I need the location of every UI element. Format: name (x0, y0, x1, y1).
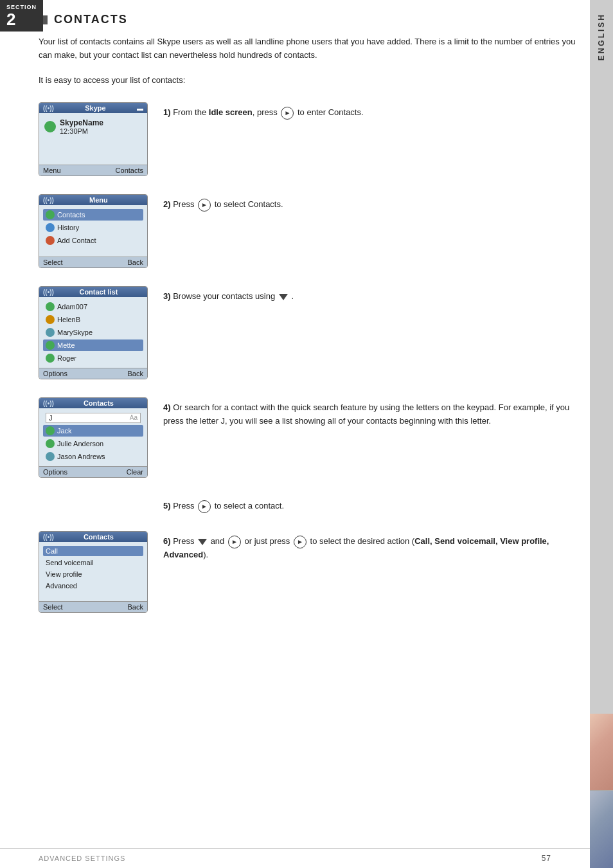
sidebar-photos (590, 714, 613, 868)
history-icon (46, 223, 55, 232)
photo-top (590, 714, 613, 791)
step-4-num: 4) (163, 402, 171, 412)
phone-footer-4: Options Clear (39, 466, 147, 477)
footer-right-6: Back (128, 603, 143, 611)
phone-signal-1: ((•)) (43, 105, 54, 112)
footer-page-num: 57 (542, 854, 551, 863)
phone-footer-6: Select Back (39, 601, 147, 612)
contact-julie-anderson: Julie Anderson (43, 438, 143, 449)
phone-battery-1: ▬ (137, 105, 143, 112)
down-arrow-icon-6 (198, 539, 207, 545)
maryskype-icon (46, 328, 55, 337)
step-5-row: 5) Press ► to select a contact. (163, 496, 587, 513)
history-label: History (57, 224, 79, 231)
action-advanced: Advanced (43, 581, 143, 591)
phone-header-3: ((•)) Contact list (39, 287, 147, 297)
jack-icon (46, 426, 55, 435)
phone-mock-4: ((•)) Contacts J Aa Jack Julie Anderson (39, 397, 148, 478)
footer-left-3: Options (43, 370, 67, 377)
phone-header-2: ((•)) Menu (39, 195, 147, 205)
step-6-row: ((•)) Contacts Call Send voicemail View … (39, 531, 587, 613)
phone-header-6: ((•)) Contacts (39, 532, 147, 542)
contact-adam007: Adam007 (43, 301, 143, 312)
language-label: ENGLISH (597, 13, 606, 60)
phone-footer-3: Options Back (39, 368, 147, 379)
easy-paragraph: It is easy to access your list of contac… (39, 74, 587, 87)
step-5-desc: 5) Press ► to select a contact. (163, 496, 587, 513)
phone-header-4: ((•)) Contacts (39, 398, 147, 408)
contacts-icon (46, 210, 55, 219)
menu-item-add-contact: Add Contact (43, 235, 143, 246)
phone-signal-2: ((•)) (43, 197, 54, 204)
phone-mock-3: ((•)) Contact list Adam007 HelenB MarySk… (39, 286, 148, 379)
phone-mock-6: ((•)) Contacts Call Send voicemail View … (39, 531, 148, 613)
footer-left-1: Menu (43, 167, 61, 174)
step-6-desc: 6) Press and ► or just press ► to select… (163, 531, 587, 562)
phone-footer-2: Select Back (39, 257, 147, 267)
jason-icon (46, 452, 55, 461)
advanced-label: Advanced (46, 582, 77, 590)
add-contact-label: Add Contact (57, 237, 96, 244)
contacts-label: Contacts (57, 211, 85, 219)
phone-mock-2: ((•)) Menu Contacts History Add Contact (39, 194, 148, 268)
search-value: J (49, 414, 53, 422)
action-options-label: Call, Send voicemail, View profile, Adva… (163, 536, 549, 559)
step-1-desc: 1) From the Idle screen, press ► to ente… (163, 102, 587, 120)
footer-left-2: Select (43, 258, 63, 266)
profile-label: View profile (46, 570, 82, 578)
action-send-voicemail: Send voicemail (43, 557, 143, 568)
page-title-row: CONTACTS (39, 13, 587, 26)
contact-mette: Mette (43, 339, 143, 351)
contact-time-1: 12:30PM (60, 127, 103, 135)
action-call: Call (43, 546, 143, 556)
roger-label: Roger (57, 354, 76, 362)
page-title: CONTACTS (54, 13, 128, 26)
phone-body-2: Contacts History Add Contact (39, 205, 147, 257)
phone-title-1: Skype (85, 104, 105, 112)
contact-roger: Roger (43, 352, 143, 364)
intro-paragraph: Your list of contacts contains all Skype… (39, 35, 587, 62)
footer-left-4: Options (43, 468, 67, 476)
helenb-label: HelenB (57, 316, 80, 323)
contact-maryskype: MarySkype (43, 327, 143, 338)
nav-btn-5: ► (198, 500, 211, 513)
action-view-profile: View profile (43, 569, 143, 579)
phone-signal-3: ((•)) (43, 289, 54, 296)
julie-label: Julie Anderson (57, 440, 103, 448)
step-1-row: ((•)) Skype ▬ SkypeName 12:30PM Menu Con… (39, 102, 587, 176)
photo-bottom (590, 791, 613, 868)
bottom-bar: ADVANCED SETTINGS 57 (0, 848, 590, 868)
search-row[interactable]: J Aa (46, 413, 141, 423)
jack-label: Jack (57, 427, 72, 435)
main-content: CONTACTS Your list of contacts contains … (39, 0, 587, 656)
add-contact-icon (46, 236, 55, 245)
step-2-desc: 2) Press ► to select Contacts. (163, 194, 587, 212)
phone-header-1: ((•)) Skype ▬ (39, 103, 147, 113)
phone-title-4: Contacts (84, 399, 114, 407)
phone-body-4: J Aa Jack Julie Anderson Jason Andrews (39, 408, 147, 466)
nav-btn-1: ► (281, 107, 294, 120)
contact-jason-andrews: Jason Andrews (43, 451, 143, 462)
footer-section-label: ADVANCED SETTINGS (39, 854, 125, 862)
phone-signal-4: ((•)) (43, 400, 54, 407)
phone-footer-1: Menu Contacts (39, 165, 147, 176)
mette-icon (46, 341, 55, 350)
phone-body-6: Call Send voicemail View profile Advance… (39, 542, 147, 601)
maryskype-label: MarySkype (57, 329, 93, 336)
section-number: 2 (6, 11, 37, 28)
footer-left-6: Select (43, 603, 63, 611)
footer-right-4: Clear (127, 468, 143, 476)
footer-right-1: Contacts (116, 167, 143, 174)
contact-name-1: SkypeName (60, 118, 103, 127)
contact-jack: Jack (43, 425, 143, 437)
phone-idle-space (43, 138, 143, 157)
phone-title-6: Contacts (84, 533, 114, 541)
aa-label: Aa (130, 414, 138, 422)
phone-spacer-6 (43, 592, 143, 599)
phone-title-2: Menu (89, 196, 108, 204)
step-3-num: 3) (163, 291, 171, 301)
phone-mock-1: ((•)) Skype ▬ SkypeName 12:30PM Menu Con… (39, 102, 148, 176)
phone-body-1: SkypeName 12:30PM (39, 113, 147, 165)
nav-btn-6b: ► (294, 536, 306, 548)
step-1-num: 1) (163, 107, 171, 117)
